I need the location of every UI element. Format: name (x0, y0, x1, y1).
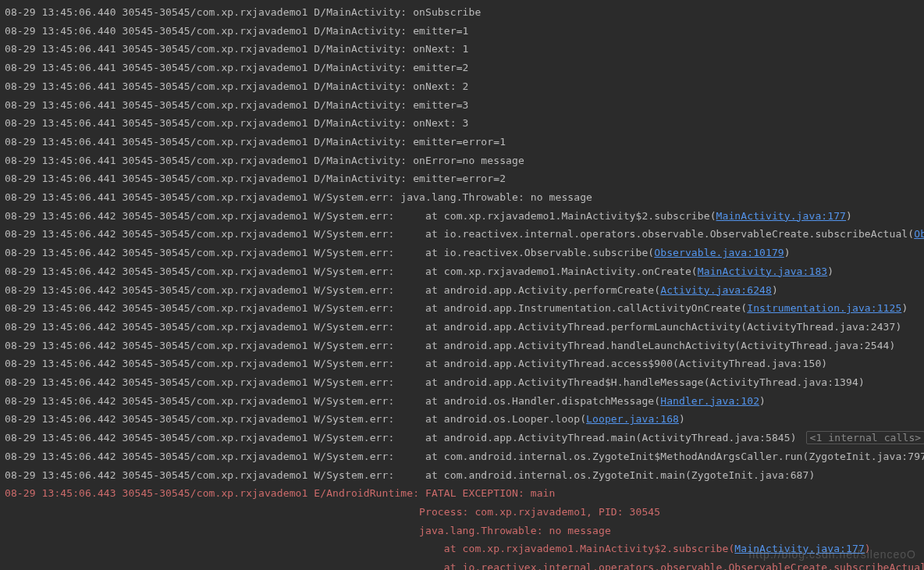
source-link[interactable]: Activity.java:6248 (660, 284, 772, 296)
log-line: 08-29 13:45:06.442 30545-30545/com.xp.rx… (5, 392, 922, 411)
log-line: 08-29 13:45:06.441 30545-30545/com.xp.rx… (5, 169, 922, 188)
log-line: 08-29 13:45:06.442 30545-30545/com.xp.rx… (5, 207, 922, 226)
log-line: 08-29 13:45:06.442 30545-30545/com.xp.rx… (5, 410, 922, 429)
log-line: 08-29 13:45:06.442 30545-30545/com.xp.rx… (5, 299, 922, 318)
log-line: at io.reactivex.internal.operators.obser… (5, 558, 922, 570)
source-link[interactable]: Observabl (914, 228, 924, 240)
log-line: 08-29 13:45:06.442 30545-30545/com.xp.rx… (5, 244, 922, 262)
log-line: 08-29 13:45:06.440 30545-30545/com.xp.rx… (5, 3, 922, 22)
log-line: 08-29 13:45:06.442 30545-30545/com.xp.rx… (5, 429, 922, 447)
log-line: 08-29 13:45:06.441 30545-30545/com.xp.rx… (5, 188, 922, 207)
log-line: 08-29 13:45:06.441 30545-30545/com.xp.rx… (5, 114, 922, 133)
log-line: 08-29 13:45:06.441 30545-30545/com.xp.rx… (5, 59, 922, 77)
log-line: 08-29 13:45:06.441 30545-30545/com.xp.rx… (5, 77, 922, 96)
log-line: 08-29 13:45:06.441 30545-30545/com.xp.rx… (5, 40, 922, 59)
log-line: Process: com.xp.rxjavademo1, PID: 30545 (5, 503, 922, 522)
source-link[interactable]: Instrumentation.java:1125 (747, 302, 901, 314)
log-line: 08-29 13:45:06.441 30545-30545/com.xp.rx… (5, 133, 922, 151)
source-link[interactable]: Handler.java:102 (660, 395, 759, 407)
log-line: java.lang.Throwable: no message (5, 522, 922, 540)
source-link[interactable]: MainActivity.java:183 (698, 265, 827, 277)
log-line: 08-29 13:45:06.442 30545-30545/com.xp.rx… (5, 447, 922, 466)
log-line: 08-29 13:45:06.442 30545-30545/com.xp.rx… (5, 262, 922, 281)
log-line: 08-29 13:45:06.442 30545-30545/com.xp.rx… (5, 281, 922, 300)
logcat-output: 08-29 13:45:06.440 30545-30545/com.xp.rx… (0, 0, 924, 570)
log-line: at com.xp.rxjavademo1.MainActivity$2.sub… (5, 540, 922, 558)
log-line: 08-29 13:45:06.443 30545-30545/com.xp.rx… (5, 484, 922, 503)
log-line: 08-29 13:45:06.441 30545-30545/com.xp.rx… (5, 151, 922, 170)
internal-calls-badge[interactable]: <1 internal calls> (806, 431, 924, 444)
log-line: 08-29 13:45:06.441 30545-30545/com.xp.rx… (5, 96, 922, 115)
log-line: 08-29 13:45:06.442 30545-30545/com.xp.rx… (5, 354, 922, 373)
log-line: 08-29 13:45:06.442 30545-30545/com.xp.rx… (5, 466, 922, 485)
source-link[interactable]: MainActivity.java:177 (716, 210, 846, 222)
source-link[interactable]: Observable.java:10179 (654, 247, 784, 258)
source-link[interactable]: MainActivity.java:177 (734, 543, 864, 554)
log-line: 08-29 13:45:06.442 30545-30545/com.xp.rx… (5, 318, 922, 337)
log-line: 08-29 13:45:06.440 30545-30545/com.xp.rx… (5, 22, 922, 41)
log-line: 08-29 13:45:06.442 30545-30545/com.xp.rx… (5, 373, 922, 392)
log-line: 08-29 13:45:06.442 30545-30545/com.xp.rx… (5, 225, 922, 244)
source-link[interactable]: Looper.java:168 (586, 413, 679, 425)
log-line: 08-29 13:45:06.442 30545-30545/com.xp.rx… (5, 337, 922, 355)
